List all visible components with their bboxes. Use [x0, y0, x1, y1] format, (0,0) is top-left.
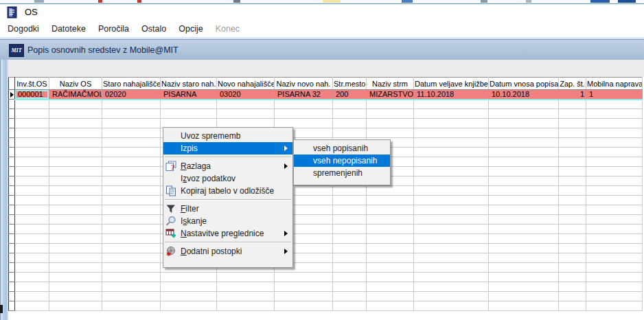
grid-empty-cell[interactable] [49, 196, 102, 205]
col-header-naziv-os[interactable]: Naziv OS [49, 78, 102, 90]
grid-empty-cell[interactable] [275, 100, 333, 109]
grid-empty-cell[interactable] [559, 176, 586, 186]
menu-item-uvoz-sprememb[interactable]: Uvoz sprememb [163, 130, 292, 142]
grid-empty-cell[interactable] [15, 186, 49, 196]
grid-empty-cell[interactable] [489, 234, 559, 244]
grid-empty-cell[interactable] [15, 109, 49, 119]
grid-empty-cell[interactable] [333, 196, 367, 205]
grid-empty-cell[interactable] [367, 186, 414, 196]
grid-empty-cell[interactable] [367, 301, 414, 311]
grid-empty-cell[interactable] [367, 253, 414, 263]
row-selector-cell[interactable] [9, 176, 15, 186]
grid-empty-cell[interactable] [586, 196, 643, 205]
grid-empty-cell[interactable] [333, 205, 367, 215]
grid-empty-cell[interactable] [49, 292, 102, 301]
grid-empty-cell[interactable] [102, 109, 161, 119]
grid-empty-cell[interactable] [586, 205, 643, 215]
row-selector-cell[interactable] [9, 138, 15, 148]
grid-empty-cell[interactable] [489, 196, 559, 205]
grid-empty-cell[interactable] [275, 273, 333, 282]
row-selector-cell[interactable] [9, 128, 15, 138]
grid-empty-cell[interactable] [586, 167, 643, 176]
grid-empty-cell[interactable] [414, 148, 489, 157]
grid-empty-cell[interactable] [333, 128, 367, 138]
grid-empty-cell[interactable] [559, 119, 586, 128]
cell-staro-nahajalisce[interactable]: 02020 [102, 90, 161, 100]
grid-empty-cell[interactable] [489, 100, 559, 109]
grid-empty-cell[interactable] [102, 186, 161, 196]
grid-empty-cell[interactable] [586, 186, 643, 196]
grid-empty-cell[interactable] [15, 215, 49, 225]
grid-empty-cell[interactable] [15, 225, 49, 234]
grid-empty-cell[interactable] [414, 196, 489, 205]
grid-empty-cell[interactable] [333, 253, 367, 263]
grid-empty-cell[interactable] [102, 196, 161, 205]
col-header-datum-vnosa-popisa[interactable]: Datum vnosa popisa [489, 78, 559, 90]
grid-empty-cell[interactable] [559, 100, 586, 109]
grid-empty-cell[interactable] [15, 292, 49, 301]
grid-empty-cell[interactable] [49, 225, 102, 234]
menu-datoteke[interactable]: Datoteke [45, 21, 92, 37]
grid-empty-cell[interactable] [489, 186, 559, 196]
grid-empty-cell[interactable] [275, 282, 333, 292]
grid-empty-cell[interactable] [15, 234, 49, 244]
grid-empty-cell[interactable] [414, 186, 489, 196]
grid-empty-cell[interactable] [15, 100, 49, 109]
grid-empty-cell[interactable] [102, 282, 161, 292]
cell-zap-st[interactable]: 1 [559, 90, 586, 100]
grid-empty-cell[interactable] [15, 157, 49, 167]
grid-empty-cell[interactable] [414, 273, 489, 282]
grid-empty-cell[interactable] [489, 215, 559, 225]
grid-empty-cell[interactable] [217, 109, 275, 119]
menu-item-dodatni-postopki[interactable]: ✱ Dodatni postopki [163, 245, 292, 258]
menu-dogodki[interactable]: Dogodki [1, 21, 45, 37]
cell-naziv-staro-nah[interactable]: PISARNA [161, 90, 217, 100]
grid-empty-cell[interactable] [333, 186, 367, 196]
grid-empty-cell[interactable] [367, 205, 414, 215]
grid-empty-cell[interactable] [367, 273, 414, 282]
row-selector-cell[interactable] [9, 301, 15, 311]
grid-empty-cell[interactable] [102, 273, 161, 282]
row-selector-cell[interactable] [9, 263, 15, 273]
grid-empty-cell[interactable] [559, 282, 586, 292]
grid-empty-cell[interactable] [414, 301, 489, 311]
grid-empty-cell[interactable] [15, 263, 49, 273]
grid-empty-cell[interactable] [161, 100, 217, 109]
row-selector-cell[interactable] [9, 100, 15, 109]
grid-empty-cell[interactable] [367, 196, 414, 205]
col-header-str-mesto[interactable]: Str.mesto [333, 78, 367, 90]
grid-empty-cell[interactable] [414, 100, 489, 109]
grid-empty-cell[interactable] [49, 119, 102, 128]
grid-empty-cell[interactable] [217, 292, 275, 301]
row-selector-cell[interactable] [9, 244, 15, 253]
grid-empty-cell[interactable] [559, 253, 586, 263]
menu-item-razlaga[interactable]: ? Razlaga [163, 160, 292, 172]
grid-empty-cell[interactable] [367, 282, 414, 292]
grid-empty-cell[interactable] [333, 263, 367, 273]
grid-empty-cell[interactable] [586, 282, 643, 292]
grid-empty-cell[interactable] [559, 148, 586, 157]
col-header-naziv-strm[interactable]: Naziv strm [367, 78, 414, 90]
col-header-inv-st-os[interactable]: Inv.št.OS [15, 78, 49, 90]
grid-empty-cell[interactable] [414, 138, 489, 148]
grid-empty-cell[interactable] [586, 148, 643, 157]
grid-empty-cell[interactable] [102, 234, 161, 244]
grid-empty-cell[interactable] [367, 263, 414, 273]
grid-empty-cell[interactable] [367, 119, 414, 128]
grid-empty-cell[interactable] [586, 263, 643, 273]
grid-empty-cell[interactable] [49, 100, 102, 109]
cell-novo-nahajalisce[interactable]: 03020 [217, 90, 275, 100]
grid-empty-cell[interactable] [333, 225, 367, 234]
grid-empty-cell[interactable] [49, 282, 102, 292]
grid-empty-cell[interactable] [333, 234, 367, 244]
grid-empty-cell[interactable] [333, 119, 367, 128]
grid-empty-cell[interactable] [367, 292, 414, 301]
grid-empty-cell[interactable] [367, 215, 414, 225]
grid-empty-cell[interactable] [489, 301, 559, 311]
grid-empty-cell[interactable] [15, 244, 49, 253]
grid-empty-cell[interactable] [333, 100, 367, 109]
col-header-naziv-novo-nah[interactable]: Naziv novo nah. [275, 78, 333, 90]
grid-empty-cell[interactable] [586, 100, 643, 109]
grid-empty-cell[interactable] [586, 253, 643, 263]
grid-empty-cell[interactable] [49, 215, 102, 225]
